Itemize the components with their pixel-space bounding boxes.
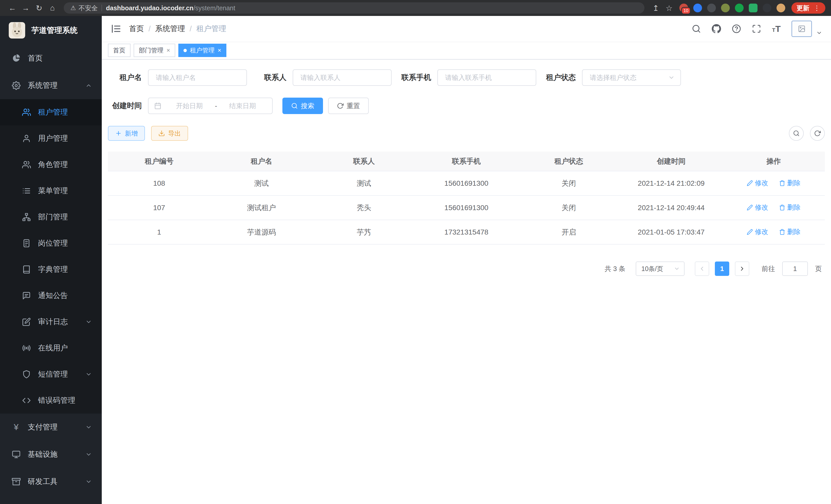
- browser-update-button[interactable]: 更新 ⋮: [792, 2, 825, 13]
- next-page-button[interactable]: [735, 262, 749, 276]
- tenant-table: 租户编号 租户名 联系人 联系手机 租户状态 创建时间 操作 108 测试 测试: [108, 152, 825, 244]
- active-dot: [183, 49, 187, 52]
- radio-icon: [22, 344, 31, 352]
- page-number-button[interactable]: 1: [715, 262, 729, 276]
- menu-label: 错误码管理: [38, 395, 75, 406]
- user-icon: [22, 134, 31, 143]
- sidebar-item-system[interactable]: 系统管理: [0, 72, 102, 99]
- start-date-placeholder[interactable]: 开始日期: [166, 101, 213, 111]
- sidebar-item-tenant[interactable]: 租户管理: [0, 99, 102, 125]
- close-icon[interactable]: ×: [167, 47, 170, 54]
- sidebar-item-sms[interactable]: 短信管理: [0, 361, 102, 387]
- search-button[interactable]: 搜索: [282, 98, 323, 114]
- extension-icon[interactable]: [693, 4, 702, 12]
- cell-mobile: 15601691300: [415, 171, 518, 196]
- address-bar[interactable]: ⚠ 不安全 dashboard.yudao.iocoder.cn/system/…: [64, 2, 644, 13]
- column-header: 操作: [722, 152, 825, 171]
- app-logo[interactable]: 芋道管理系统: [0, 16, 102, 45]
- extension-icon[interactable]: [735, 4, 744, 12]
- date-range-picker[interactable]: 开始日期 - 结束日期: [148, 98, 273, 114]
- bookmark-star-icon[interactable]: ☆: [662, 1, 676, 14]
- extension-icon[interactable]: [749, 4, 757, 12]
- add-button[interactable]: 新增: [108, 126, 145, 141]
- extension-icon[interactable]: 10: [679, 4, 688, 12]
- browser-back-icon[interactable]: ←: [6, 1, 19, 14]
- hamburger-icon[interactable]: [111, 23, 121, 34]
- edit-link[interactable]: 修改: [747, 179, 768, 187]
- sidebar-item-user[interactable]: 用户管理: [0, 125, 102, 152]
- security-label[interactable]: 不安全: [79, 4, 98, 12]
- sidebar-item-error-code[interactable]: 错误码管理: [0, 387, 102, 414]
- sidebar-item-infra[interactable]: 基础设施: [0, 441, 102, 468]
- tenant-name-input[interactable]: [148, 69, 247, 86]
- delete-link[interactable]: 删除: [779, 179, 801, 187]
- github-icon[interactable]: [712, 24, 721, 33]
- extension-icon[interactable]: [707, 4, 716, 12]
- extension-icon[interactable]: [721, 4, 730, 12]
- delete-link[interactable]: 删除: [779, 203, 801, 212]
- browser-forward-icon[interactable]: →: [19, 1, 32, 14]
- chevron-down-icon: [674, 266, 680, 272]
- sidebar-item-dict[interactable]: 字典管理: [0, 256, 102, 283]
- extension-icon[interactable]: [763, 4, 771, 12]
- help-icon[interactable]: [732, 24, 741, 33]
- sidebar-item-post[interactable]: 岗位管理: [0, 230, 102, 256]
- sidebar-item-notice[interactable]: 通知公告: [0, 283, 102, 309]
- browser-reload-icon[interactable]: ↻: [32, 1, 46, 14]
- refresh-table-button[interactable]: [810, 126, 825, 141]
- fullscreen-icon[interactable]: [752, 24, 761, 33]
- search-icon: [291, 102, 298, 109]
- delete-link[interactable]: 删除: [779, 227, 801, 236]
- plus-icon: [115, 130, 122, 137]
- sidebar-menu: 首页 系统管理 租户管理 用户管理 角色管理: [0, 45, 102, 495]
- sidebar-item-dept[interactable]: 部门管理: [0, 204, 102, 230]
- user-avatar[interactable]: [792, 21, 812, 37]
- contact-input[interactable]: [293, 69, 392, 86]
- url-path: /system/tenant: [194, 4, 235, 12]
- mobile-input[interactable]: [437, 69, 536, 86]
- breadcrumb-system[interactable]: 系统管理: [155, 24, 185, 34]
- page-size-select[interactable]: 10条/页: [636, 262, 685, 276]
- edit-link[interactable]: 修改: [747, 227, 768, 236]
- menu-label: 通知公告: [38, 291, 68, 301]
- chevron-left-icon: [699, 265, 705, 272]
- end-date-placeholder[interactable]: 结束日期: [219, 101, 266, 111]
- field-label: 创建时间: [108, 101, 148, 111]
- sidebar-item-payment[interactable]: ¥ 支付管理: [0, 414, 102, 441]
- font-size-icon[interactable]: TT: [772, 24, 781, 33]
- sidebar: 芋道管理系统 首页 系统管理 租户管理 用户管理: [0, 16, 102, 504]
- menu-label: 支付管理: [28, 422, 58, 432]
- close-icon[interactable]: ×: [218, 47, 221, 54]
- edit-icon: [22, 318, 31, 326]
- toggle-search-button[interactable]: [789, 126, 804, 141]
- image-placeholder-icon: [798, 25, 806, 33]
- sidebar-item-devtools[interactable]: 研发工具: [0, 468, 102, 495]
- share-icon[interactable]: ↥: [649, 1, 662, 14]
- goto-page-input[interactable]: [782, 262, 808, 276]
- browser-home-icon[interactable]: ⌂: [46, 1, 59, 14]
- chevron-down-icon[interactable]: [816, 30, 822, 36]
- navbar-actions: TT: [692, 21, 822, 37]
- tab-home[interactable]: 首页: [108, 44, 131, 57]
- tab-tenant[interactable]: 租户管理 ×: [178, 44, 226, 57]
- export-button[interactable]: 导出: [151, 126, 188, 141]
- search-icon[interactable]: [692, 24, 701, 33]
- tab-dept[interactable]: 部门管理 ×: [134, 44, 175, 57]
- edit-label: 修改: [755, 203, 768, 212]
- browser-profile-avatar[interactable]: [776, 4, 785, 12]
- browser-menu-icon[interactable]: ⋮: [813, 4, 820, 12]
- sidebar-item-menu[interactable]: 菜单管理: [0, 178, 102, 204]
- reset-button[interactable]: 重置: [328, 98, 369, 114]
- cell-tenant-id: 108: [108, 171, 210, 196]
- sidebar-item-online-user[interactable]: 在线用户: [0, 335, 102, 361]
- breadcrumb-home[interactable]: 首页: [129, 24, 144, 34]
- sidebar-item-audit-log[interactable]: 审计日志: [0, 309, 102, 335]
- table-row: 108 测试 测试 15601691300 关闭 2021-12-14 21:0…: [108, 171, 825, 196]
- edit-link[interactable]: 修改: [747, 203, 768, 212]
- status-select[interactable]: 请选择租户状态: [582, 69, 681, 86]
- sidebar-item-home[interactable]: 首页: [0, 45, 102, 72]
- yen-icon: ¥: [12, 422, 21, 432]
- prev-page-button[interactable]: [695, 262, 709, 276]
- cell-actions: 修改 删除: [722, 196, 825, 220]
- sidebar-item-role[interactable]: 角色管理: [0, 152, 102, 178]
